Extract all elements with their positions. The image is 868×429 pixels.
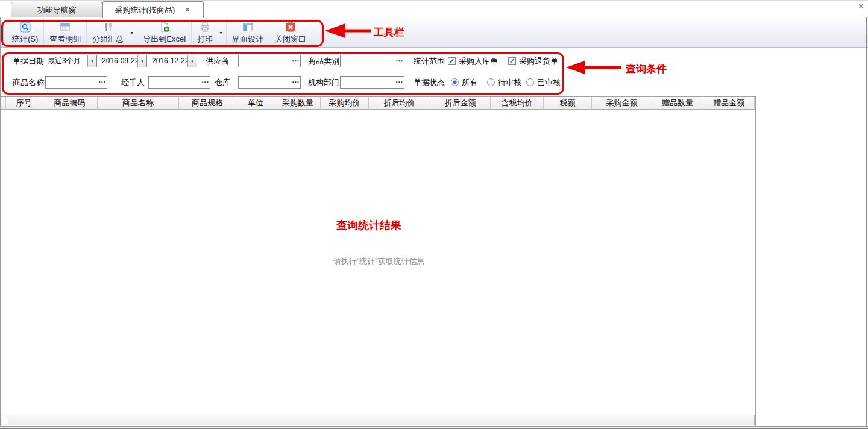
tab-label: 功能导航窗	[37, 5, 77, 16]
tools-icon	[102, 22, 113, 33]
group-summary-button[interactable]: 分组汇总	[87, 19, 129, 46]
handler-lookup: ⋯	[148, 76, 210, 89]
column-header[interactable]: 采购数量	[275, 97, 321, 110]
column-header[interactable]: 赠品数量	[652, 97, 703, 110]
date-preset-value: 最近3个月	[45, 55, 87, 67]
row-indicator-header	[1, 97, 6, 110]
search-icon	[20, 22, 31, 33]
scope-option-label: 采购退货单	[519, 56, 558, 67]
column-header[interactable]: 单位	[236, 97, 275, 110]
toolbar-annotation-label: 工具栏	[374, 25, 404, 39]
handler-input[interactable]	[149, 77, 200, 87]
scope-option-return[interactable]: ✓ 采购退货单	[508, 55, 558, 67]
toolbar: 统计(S) 查看明细 分组汇总 ▼ 导出到Excel	[0, 18, 868, 48]
window-right-inner-border	[864, 17, 864, 429]
ellipsis-icon[interactable]: ⋯	[96, 77, 107, 88]
close-window-label: 关闭窗口	[275, 34, 306, 45]
warehouse-label: 仓库	[215, 76, 230, 89]
column-header[interactable]: 商品名称	[98, 97, 179, 110]
checkbox-checked[interactable]: ✓	[448, 57, 456, 65]
app-window: 功能导航窗 采购统计(按商品) ✕ ✕ 统计(S) 查看明细	[0, 0, 868, 429]
supplier-input[interactable]	[239, 56, 290, 66]
radio-unselected[interactable]	[526, 78, 534, 86]
window-bottom-border	[0, 426, 868, 429]
status-option-all[interactable]: 所有	[451, 76, 477, 89]
window-right-border	[866, 17, 867, 429]
status-option-label: 待审核	[498, 77, 521, 88]
date-from-picker[interactable]: 2016-09-22 ▼	[99, 55, 147, 67]
scrollbar-thumb[interactable]	[2, 416, 8, 424]
group-summary-dropdown-icon[interactable]: ▼	[129, 19, 137, 46]
department-input[interactable]	[341, 77, 394, 87]
chevron-down-icon[interactable]: ▼	[187, 55, 197, 67]
column-header[interactable]: 商品编码	[42, 97, 98, 110]
empty-results-title: 查询统计结果	[336, 218, 401, 233]
column-header[interactable]: 商品规格	[179, 97, 236, 110]
column-header[interactable]: 赠品金额	[703, 97, 755, 110]
statistics-button[interactable]: 统计(S)	[7, 19, 43, 46]
date-preset-combo[interactable]: 最近3个月 ▼	[45, 55, 97, 67]
window-left-border	[0, 17, 1, 429]
handler-label: 经手人	[121, 76, 145, 89]
window-close-icon[interactable]: ✕	[858, 2, 864, 11]
grid-header-row: 序号 商品编码 商品名称 商品规格 单位 采购数量 采购均价 折后均价 折后金额…	[1, 97, 755, 110]
print-label: 打印	[197, 34, 213, 45]
radio-selected[interactable]	[451, 78, 459, 86]
export-excel-button[interactable]: 导出到Excel	[137, 19, 191, 46]
column-header[interactable]: 采购金额	[592, 97, 652, 110]
date-from-value: 2016-09-22	[99, 55, 137, 67]
view-detail-button[interactable]: 查看明细	[44, 19, 86, 46]
ellipsis-icon[interactable]: ⋯	[394, 77, 404, 88]
warehouse-lookup: ⋯	[238, 76, 301, 89]
toolbar-grip-handle[interactable]	[2, 22, 4, 43]
product-input[interactable]	[46, 77, 96, 87]
column-header[interactable]: 税额	[544, 97, 592, 110]
ellipsis-icon[interactable]: ⋯	[290, 55, 300, 67]
tab-purchase-stats[interactable]: 采购统计(按商品) ✕	[102, 1, 204, 18]
ellipsis-icon[interactable]: ⋯	[394, 55, 404, 67]
column-header[interactable]: 序号	[6, 97, 42, 110]
close-window-icon	[285, 22, 296, 33]
date-to-value: 2016-12-22	[149, 55, 187, 67]
ellipsis-icon[interactable]: ⋯	[200, 77, 210, 88]
print-dropdown-icon[interactable]: ▼	[218, 19, 226, 46]
column-header[interactable]: 含税均价	[491, 97, 544, 110]
tab-function-nav[interactable]: 功能导航窗	[11, 2, 102, 17]
date-label: 单据日期	[13, 55, 44, 67]
empty-results-hint: 请执行“统计”获取统计信息	[333, 256, 425, 267]
product-lookup: ⋯	[45, 76, 107, 89]
status-option-pending[interactable]: 待审核	[487, 76, 521, 89]
chevron-down-icon[interactable]: ▼	[87, 55, 96, 67]
tab-close-icon[interactable]: ✕	[183, 6, 191, 14]
department-lookup: ⋯	[340, 76, 404, 89]
scope-label: 统计范围	[414, 55, 445, 67]
export-excel-icon	[159, 22, 170, 33]
ellipsis-icon[interactable]: ⋯	[290, 77, 300, 88]
ui-design-button[interactable]: 界面设计	[227, 19, 269, 46]
group-summary-label: 分组汇总	[92, 34, 124, 45]
date-to-picker[interactable]: 2016-12-22 ▼	[149, 55, 197, 67]
column-header[interactable]: 折后均价	[369, 97, 430, 110]
radio-unselected[interactable]	[487, 78, 495, 86]
scope-option-inbound[interactable]: ✓ 采购入库单	[448, 55, 498, 67]
category-lookup: ⋯	[340, 55, 404, 67]
status-label: 单据状态	[414, 76, 445, 89]
printer-icon	[200, 22, 210, 33]
status-option-audited[interactable]: 已审核	[526, 76, 561, 89]
layout-design-icon	[242, 22, 253, 33]
category-label: 商品类别	[308, 55, 339, 67]
view-detail-label: 查看明细	[49, 34, 81, 45]
checkbox-checked[interactable]: ✓	[508, 57, 516, 65]
warehouse-input[interactable]	[239, 77, 290, 87]
tab-bar: 功能导航窗 采购统计(按商品) ✕ ✕	[0, 1, 868, 17]
check-icon: ✓	[509, 58, 515, 64]
department-label: 机构部门	[308, 76, 339, 89]
category-input[interactable]	[341, 56, 394, 66]
horizontal-scrollbar[interactable]	[1, 415, 755, 425]
column-header[interactable]: 折后金额	[430, 97, 491, 110]
column-header[interactable]: 采购均价	[321, 97, 369, 110]
tab-label: 采购统计(按商品)	[115, 5, 175, 16]
close-window-button[interactable]: 关闭窗口	[269, 19, 312, 46]
chevron-down-icon[interactable]: ▼	[137, 55, 146, 67]
print-button[interactable]: 打印	[192, 19, 218, 46]
